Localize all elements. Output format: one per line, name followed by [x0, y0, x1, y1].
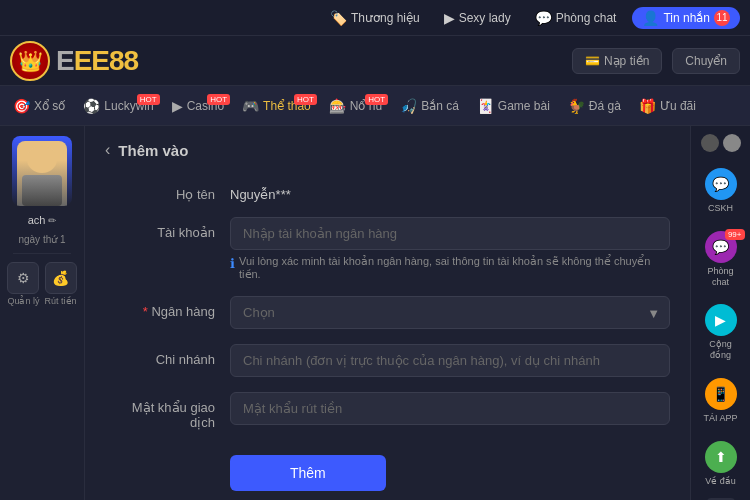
chi-nhanh-wrapper [230, 344, 670, 377]
form-row-mat-khau: Mật khẩu giao dịch [105, 392, 670, 430]
form-row-ho-ten: Họ tên Nguyễn*** [105, 179, 670, 202]
chi-nhanh-input[interactable] [230, 344, 670, 377]
mat-khau-input[interactable] [230, 392, 670, 425]
tai-app-label: TÁI APP [703, 413, 737, 424]
color-dot-dark[interactable] [701, 134, 719, 152]
user-name-area: ach ✏ [28, 214, 57, 226]
nav-tin-nhan[interactable]: 👤 Tin nhắn 11 [632, 7, 740, 29]
phong-chat-badge: 99+ [725, 229, 745, 240]
add-button[interactable]: Thêm [230, 455, 386, 491]
game-nav-uu-dai[interactable]: 🎁 Ưu đãi [631, 94, 704, 118]
tai-khoan-label: Tài khoản [105, 217, 215, 240]
chi-nhanh-label: Chi nhánh [105, 344, 215, 367]
avatar-figure [17, 141, 67, 206]
ngan-hang-wrapper: Chọn ▼ [230, 296, 670, 329]
sidebar-divider [13, 253, 72, 254]
ngan-hang-select[interactable]: Chọn [230, 296, 670, 329]
play-icon: ▶ [444, 10, 455, 26]
tai-app-icon: 📱 [705, 378, 737, 410]
game-nav-the-thao[interactable]: 🎮 Thể thao HOT [234, 94, 319, 118]
main-content: ach ✏ ngày thứ 1 ⚙ Quản lý 💰 Rút tiền ‹ … [0, 126, 750, 500]
tai-khoan-input[interactable] [230, 217, 670, 250]
withdraw-button[interactable]: 💰 [45, 262, 77, 294]
game-nav-ban-ca[interactable]: 🎣 Bắn cá [392, 94, 467, 118]
phong-chat-button[interactable]: 💬 99+ Phòng chat [695, 225, 747, 294]
manage-button[interactable]: ⚙ [7, 262, 39, 294]
nav-sexy-lady[interactable]: ▶ Sexy lady [436, 7, 519, 29]
phong-chat-label: Phòng chat [700, 266, 742, 288]
left-sidebar: ach ✏ ngày thứ 1 ⚙ Quản lý 💰 Rút tiền [0, 126, 85, 500]
mat-khau-label: Mật khẩu giao dịch [105, 392, 215, 430]
tai-khoan-hint: ℹ Vui lòng xác minh tài khoản ngân hàng,… [230, 255, 670, 281]
game-nav-xo-so[interactable]: 🎯 Xổ số [5, 94, 73, 118]
cong-dong-icon: ▶ [705, 304, 737, 336]
tai-khoan-wrapper: ℹ Vui lòng xác minh tài khoản ngân hàng,… [230, 217, 670, 281]
game-nav-no-hu[interactable]: 🎰 Nổ hũ HOT [321, 94, 390, 118]
game-nav: 🎯 Xổ số ⚽ Luckywin HOT ▶ Casino HOT 🎮 Th… [0, 86, 750, 126]
form-row-tai-khoan: Tài khoản ℹ Vui lòng xác minh tài khoản … [105, 217, 670, 281]
tai-app-button[interactable]: 📱 TÁI APP [695, 372, 747, 430]
back-arrow-icon: ‹ [105, 141, 110, 159]
hot-badge-the-thao: HOT [294, 94, 317, 105]
top-nav: 🏷️ Thương hiệu ▶ Sexy lady 💬 Phòng chat … [0, 0, 750, 36]
ngan-hang-label: Ngân hàng [105, 296, 215, 319]
center-content: ‹ Thêm vào Họ tên Nguyễn*** Tài khoản ℹ … [85, 126, 690, 500]
ve-dau-button[interactable]: ⬆ Về đầu [695, 435, 747, 493]
back-header[interactable]: ‹ Thêm vào [105, 141, 670, 159]
hot-badge-casino: HOT [207, 94, 230, 105]
game-nav-game-bai[interactable]: 🃏 Game bài [469, 94, 558, 118]
ve-dau-icon: ⬆ [705, 441, 737, 473]
logo-text: EEE88 [56, 45, 138, 77]
ngan-hang-select-wrapper: Chọn ▼ [230, 296, 670, 329]
hot-badge-no-hu: HOT [365, 94, 388, 105]
message-badge: 11 [714, 10, 730, 26]
transfer-button[interactable]: Chuyển [672, 48, 740, 74]
withdraw-label: Rút tiền [45, 296, 77, 306]
game-nav-da-ga[interactable]: 🐓 Đá gà [560, 94, 629, 118]
logo-icon: 👑 [10, 41, 50, 81]
ho-ten-value: Nguyễn*** [230, 179, 291, 202]
avatar [12, 136, 72, 206]
logo[interactable]: 👑 EEE88 [10, 41, 138, 81]
nav-phong-chat[interactable]: 💬 Phòng chat [527, 7, 625, 29]
ve-dau-label: Về đầu [705, 476, 736, 487]
mat-khau-wrapper [230, 392, 670, 425]
game-nav-luckywin[interactable]: ⚽ Luckywin HOT [75, 94, 161, 118]
nav-thuong-hieu[interactable]: 🏷️ Thương hiệu [322, 7, 428, 29]
wallet-icon: 💳 [585, 54, 600, 68]
color-dots [701, 134, 741, 152]
cskh-icon: 💬 [705, 168, 737, 200]
hot-badge: HOT [137, 94, 160, 105]
ho-ten-label: Họ tên [105, 179, 215, 202]
right-sidebar: 💬 CSKH 💬 99+ Phòng chat ▶ Cộng đồng 📱 TÁ… [690, 126, 750, 500]
deposit-button[interactable]: 💳 Nạp tiền [572, 48, 662, 74]
logo-bar: 👑 EEE88 💳 Nạp tiền Chuyển [0, 36, 750, 86]
game-nav-casino[interactable]: ▶ Casino HOT [164, 94, 232, 118]
cong-dong-button[interactable]: ▶ Cộng đồng [695, 298, 747, 367]
manage-label: Quản lý [7, 296, 39, 306]
color-dot-light[interactable] [723, 134, 741, 152]
form-row-chi-nhanh: Chi nhánh [105, 344, 670, 377]
cong-dong-label: Cộng đồng [700, 339, 742, 361]
cskh-label: CSKH [708, 203, 733, 214]
info-icon: ℹ [230, 256, 235, 271]
logo-bar-right: 💳 Nạp tiền Chuyển [572, 48, 740, 74]
chat-icon: 💬 [535, 10, 552, 26]
edit-icon[interactable]: ✏ [48, 215, 56, 226]
avatar-head [27, 146, 57, 173]
cskh-button[interactable]: 💬 CSKH [695, 162, 747, 220]
form-title: Thêm vào [118, 142, 188, 159]
day-label: ngày thứ 1 [18, 234, 65, 245]
form-row-ngan-hang: Ngân hàng Chọn ▼ [105, 296, 670, 329]
thuong-hieu-icon: 🏷️ [330, 10, 347, 26]
user-icon: 👤 [642, 10, 659, 26]
